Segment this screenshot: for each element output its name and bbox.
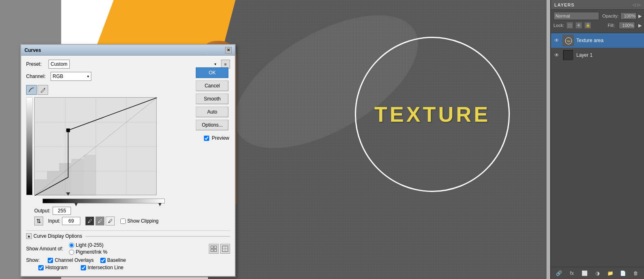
layer-item-texture-area[interactable]: 👁 TEX Texture area [551,33,644,48]
preset-select-wrapper: Custom ▼ [49,60,219,69]
curves-graph[interactable] [34,97,157,195]
preview-checkbox[interactable] [204,136,209,141]
svg-rect-21 [211,249,213,252]
layer-name-layer1: Layer 1 [576,52,642,58]
baseline-checkbox[interactable] [100,258,106,263]
intersection-label: Intersection Line [88,265,124,270]
radio-light[interactable]: Light (0-255) [69,242,107,248]
layers-toolbar: 🔗 fx ⬜ ◑ 📁 📄 🗑 [551,267,644,279]
new-layer-button[interactable]: 📄 [619,269,627,277]
svg-rect-15 [71,159,84,196]
dialog-title: Curves [24,47,41,53]
opacity-input[interactable] [620,12,637,20]
svg-rect-19 [211,246,213,248]
large-grid-button[interactable] [220,244,230,254]
right-buttons: OK Cancel Smooth Auto Options... Preview [196,67,229,141]
svg-rect-17 [66,129,70,132]
show-checkboxes-row: Show: Channel Overlays Baseline [26,257,230,263]
preset-select[interactable]: Custom [49,60,70,69]
fill-input[interactable] [619,22,635,29]
ok-button[interactable]: OK [196,67,228,78]
adjust-icon-button[interactable]: ⇅ [34,217,43,225]
input-field[interactable] [62,217,80,225]
show-amount-label: Show Amount of: [26,246,63,252]
add-style-button[interactable]: fx [568,269,576,277]
svg-rect-12 [35,179,47,196]
histogram-label: Histogram [45,265,68,270]
radio-group: Light (0-255) Pigment/Ink % [69,242,107,255]
collapse-icon[interactable]: ▷ [637,2,641,7]
delete-layer-button[interactable]: 🗑 [632,269,640,277]
white-point-eyedropper[interactable]: 🖊 [106,217,115,225]
close-button[interactable]: ✕ [225,47,232,54]
expand-icon[interactable]: ◁ [633,2,636,7]
channel-overlays-option[interactable]: Channel Overlays [48,257,93,263]
lock-position-button[interactable]: ✛ [575,22,582,29]
new-group-button[interactable]: 📁 [606,269,614,277]
layers-controls: Normal Opacity: ▶ Lock: ⬚ ✛ 🔒 Fill: ▶ [551,10,644,33]
curves-dialog: Curves ✕ Preset: Custom ▼ ≡ Channel: RGB… [20,44,236,277]
gray-point-eyedropper[interactable]: 🖊 [95,217,104,225]
blend-mode-select[interactable]: Normal [553,12,599,20]
blend-select-wrapper: Normal [553,12,599,20]
radio-light-input[interactable] [69,243,74,248]
auto-button[interactable]: Auto [196,107,228,117]
svg-rect-16 [84,155,96,196]
svg-rect-20 [214,246,217,248]
radio-pigment[interactable]: Pigment/Ink % [69,249,107,255]
baseline-label: Baseline [107,257,126,263]
preview-label: Preview [212,135,229,141]
radio-light-label: Light (0-255) [76,242,104,248]
lock-pixels-button[interactable]: ⬚ [567,22,573,29]
link-layers-button[interactable]: 🔗 [555,269,563,277]
fill-label: Fill: [608,23,615,28]
show-clipping-label: Show Clipping [127,218,159,224]
baseline-option[interactable]: Baseline [100,257,126,263]
output-label: Output: [34,208,50,214]
input-controls-row: ⇅ Input: 🖊 🖊 🖊 Show Clipping [34,217,230,225]
channel-overlays-label: Channel Overlays [55,257,93,263]
layer-item-layer1[interactable]: 👁 Layer 1 [551,48,644,62]
gradient-thumb-right[interactable] [158,203,162,206]
layer-eye-texture[interactable]: 👁 [553,37,560,44]
channel-select[interactable]: RGB Red Green Blue [51,72,91,81]
new-adjustment-button[interactable]: ◑ [593,269,602,277]
blend-row: Normal Opacity: ▶ [553,12,642,20]
curves-y-gradient [26,97,33,195]
preset-label: Preset: [26,61,49,67]
pencil-tool-button[interactable] [38,85,48,95]
fill-arrow[interactable]: ▶ [638,23,642,28]
intersection-checkbox[interactable] [81,265,86,270]
options-button[interactable]: Options... [196,120,228,130]
radio-pigment-input[interactable] [69,250,74,255]
texture-circle: TEXTURE [355,37,510,192]
show-clipping-checkbox[interactable] [120,219,126,224]
input-label: Input: [48,218,60,224]
add-mask-button[interactable]: ⬜ [581,269,589,277]
channel-label: Channel: [26,74,51,79]
opacity-section: Opacity: ▶ [602,12,642,20]
black-point-eyedropper[interactable]: 🖊 [85,217,94,225]
layers-panel: LAYERS ◁ ▷ Normal Opacity: ▶ Lock: ⬚ ✛ 🔒… [550,0,644,279]
grid-buttons [209,244,230,254]
output-row: Output: [34,207,230,215]
channel-overlays-checkbox[interactable] [48,258,53,263]
histogram-option[interactable]: Histogram [38,265,68,270]
opacity-arrow[interactable]: ▶ [638,13,642,19]
collapse-button[interactable]: ▲ [26,233,32,239]
intersection-option[interactable]: Intersection Line [81,265,124,270]
small-grid-button[interactable] [209,244,219,254]
curve-tool-button[interactable] [26,85,37,95]
layer-thumbnail-texture: TEX [562,35,574,46]
output-input[interactable] [53,207,71,215]
cancel-button[interactable]: Cancel [196,80,228,91]
layer-eye-layer1[interactable]: 👁 [553,52,560,58]
gradient-thumb-left[interactable] [74,203,77,206]
lock-all-button[interactable]: 🔒 [584,22,591,29]
smooth-button[interactable]: Smooth [196,94,228,104]
x-gradient-bar [42,199,165,203]
svg-rect-30 [564,51,573,60]
layers-titlebar: LAYERS ◁ ▷ [551,0,644,10]
histogram-checkbox[interactable] [38,265,44,270]
radio-pigment-label: Pigment/Ink % [76,249,107,255]
